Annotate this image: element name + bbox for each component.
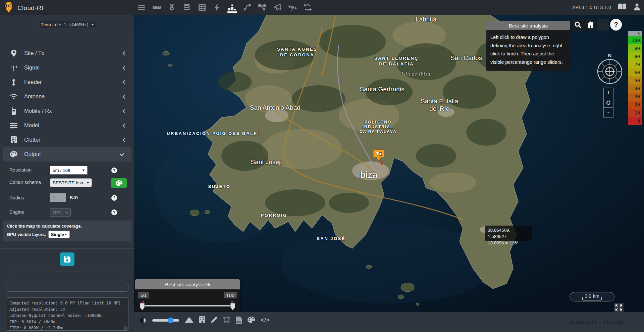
- pencil-icon[interactable]: [211, 316, 218, 324]
- save-button[interactable]: [60, 252, 74, 266]
- tx-marker-label: Tx: [376, 151, 381, 156]
- terrain-icon[interactable]: [185, 316, 194, 324]
- sidebar-item-signal[interactable]: Signal: [0, 60, 134, 75]
- route-icon[interactable]: [243, 3, 251, 11]
- satellite-icon[interactable]: [288, 3, 297, 11]
- compass-north-label: N: [596, 52, 623, 58]
- sidebar-item-model[interactable]: Model: [0, 118, 134, 133]
- book-icon[interactable]: [618, 3, 627, 11]
- engine-value: GPU: [53, 210, 62, 215]
- zoom-in-button[interactable]: +: [604, 88, 613, 98]
- buildings-icon[interactable]: [199, 316, 205, 325]
- reset-rotation-button[interactable]: [604, 98, 613, 107]
- fullscreen-button[interactable]: [614, 303, 624, 312]
- sidebar-item-label: Feeder: [24, 79, 42, 85]
- medal-icon[interactable]: [168, 3, 176, 11]
- brand: Cloud-RF: [4, 1, 46, 15]
- slider-panel-title: Best site analysis %: [135, 279, 240, 289]
- coverage-hint: Click the map to calculate coverage.: [7, 224, 127, 229]
- ruler-icon[interactable]: [153, 3, 161, 11]
- network-icon[interactable]: [258, 3, 266, 11]
- map-label: SANTA AGNÈS: [277, 47, 317, 52]
- radius-input[interactable]: 2: [50, 193, 66, 202]
- home-button[interactable]: [585, 19, 596, 31]
- toolbar-icons: [138, 0, 312, 15]
- chevron-left-icon: [122, 109, 127, 113]
- sliders-icon: [10, 122, 17, 129]
- sidebar-item-clutter[interactable]: Clutter: [0, 133, 134, 147]
- scale-header: %: [628, 31, 642, 36]
- broadcast-icon: [10, 64, 17, 72]
- topbar-right: API 3.1.0 UI 3.1.0: [572, 0, 641, 15]
- map-label: SUJETO: [208, 184, 231, 189]
- cursor-coords-tooltip: 38.864509, 1.589527 13.809Km 116°: [485, 226, 532, 241]
- sidebar-item-feeder[interactable]: Feeder: [0, 75, 134, 89]
- zoom-out-button[interactable]: -: [604, 107, 613, 117]
- slider-tick-icon: [142, 301, 144, 303]
- sidebar-item-mobile-rx[interactable]: Mobile / Rx: [0, 104, 134, 118]
- resolution-help-icon[interactable]: ?: [111, 168, 117, 173]
- best-site-tooltip-title: Best site analysis: [486, 21, 570, 30]
- opacity-slider[interactable]: [152, 319, 179, 322]
- table-grid-icon[interactable]: [198, 3, 206, 11]
- map-label: San Antonio Abad: [250, 104, 300, 111]
- database-icon[interactable]: [183, 3, 191, 11]
- colour-schema-select[interactable]: BESTSITE.bsa: [50, 178, 92, 187]
- chevron-left-icon: [122, 65, 127, 70]
- compass-control[interactable]: N: [596, 52, 623, 86]
- map-label: PORROIG: [261, 213, 287, 218]
- range-handle-max[interactable]: [230, 303, 235, 310]
- map-scale-bar: 3.0 km: [570, 292, 614, 301]
- range-handle-min[interactable]: [140, 303, 145, 310]
- template-select[interactable]: Template 1 (446MHz): [39, 21, 96, 28]
- map-label: SANT LLORENÇ: [374, 56, 419, 61]
- left-sidebar: Template 1 (446MHz) Site / Tx Signal Fee…: [0, 15, 134, 332]
- palette-icon[interactable]: [248, 317, 255, 324]
- chevron-left-icon: [122, 51, 127, 56]
- send-icon[interactable]: [273, 3, 281, 11]
- status-input[interactable]: [6, 284, 128, 292]
- user-icon[interactable]: [633, 3, 641, 12]
- palette-icon: [10, 151, 17, 158]
- search-button[interactable]: [572, 19, 584, 31]
- scale-block: 50: [628, 77, 642, 85]
- colour-palette-button[interactable]: [111, 178, 127, 188]
- resolution-select[interactable]: 5m / 16ft: [50, 166, 88, 175]
- floppy-disk-icon: [64, 256, 70, 263]
- map-canvas[interactable]: Labritja SANTA AGNÈS DE CORONA SANT LLOR…: [134, 15, 644, 312]
- chevron-left-icon: [122, 138, 127, 142]
- tx-marker[interactable]: Tx: [373, 149, 384, 158]
- radius-label: Radius: [9, 195, 24, 200]
- console-output[interactable]: Computed resolution: 0.6 MP (Plan limit …: [6, 297, 128, 331]
- sidebar-item-output[interactable]: Output: [3, 147, 131, 161]
- code-icon[interactable]: </>: [261, 317, 270, 324]
- coverage-scale-legend: % 100 90 80 70 60 50 40 30 20 10 0: [628, 31, 642, 125]
- help-button[interactable]: ?: [610, 19, 622, 31]
- map-label: San Carlos: [450, 54, 482, 62]
- console-line: ERP: 0.001W / +0dBm: [9, 319, 125, 325]
- cloud-rf-app: Cloud-RF: [0, 0, 644, 332]
- sidebar-item-antenna[interactable]: Antenna: [0, 89, 134, 104]
- contrast-icon[interactable]: [140, 317, 147, 324]
- percentage-range-slider[interactable]: [141, 305, 234, 306]
- bolt-icon[interactable]: [213, 3, 221, 11]
- engine-select[interactable]: GPU: [50, 208, 71, 217]
- best-site-slider-panel: Best site analysis % 50 100: [135, 279, 240, 312]
- opacity-slider-knob[interactable]: [168, 318, 173, 323]
- scale-block: 80: [628, 52, 642, 60]
- engine-help-icon[interactable]: ?: [111, 209, 117, 215]
- chevron-down-icon: [65, 212, 68, 214]
- menu-icon[interactable]: [138, 3, 146, 11]
- radius-help-icon[interactable]: ?: [111, 195, 117, 201]
- layers-button[interactable]: [597, 19, 609, 31]
- csv-export-icon[interactable]: CSV: [236, 317, 242, 324]
- console-line: Johnson-Nyquist channel noise: -100dBm: [9, 313, 125, 319]
- resolution-value: 5m / 16ft: [53, 168, 70, 173]
- best-site-podium-icon[interactable]: [228, 3, 236, 11]
- slider-tick-icon: [231, 301, 233, 303]
- slider-panel-body: 50 100: [135, 289, 240, 312]
- sidebar-item-site-tx[interactable]: Site / Tx: [0, 46, 134, 60]
- recycle-icon[interactable]: [304, 3, 312, 11]
- polygon-select-icon[interactable]: [223, 317, 230, 324]
- gpu-layers-select[interactable]: Single: [48, 231, 70, 238]
